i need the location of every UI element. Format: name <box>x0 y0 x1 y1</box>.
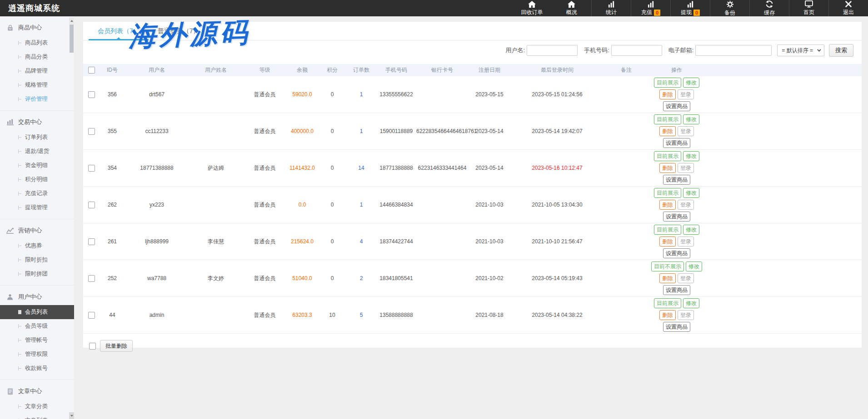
cell-spacer <box>704 260 862 297</box>
delete-button[interactable]: 删除 <box>659 163 676 173</box>
sidebar-item-coupons[interactable]: 优惠券 <box>0 239 74 253</box>
sidebar-item-flash-discount[interactable]: 限时折扣 <box>0 253 74 267</box>
display-status-button[interactable]: 目前展示 <box>654 151 681 161</box>
sidebar-item-recharge-records[interactable]: 充值记录 <box>0 187 74 201</box>
nav-item-statistics[interactable]: 统计 <box>591 0 631 16</box>
batch-delete-button[interactable]: 批量删除 <box>100 340 133 352</box>
set-goods-button[interactable]: 设置商品 <box>663 138 690 148</box>
sort-select[interactable]: = 默认排序 = <box>777 44 824 56</box>
row-checkbox[interactable] <box>88 165 95 172</box>
set-goods-button[interactable]: 设置商品 <box>663 212 690 222</box>
edit-button[interactable]: 修改 <box>683 114 699 124</box>
set-goods-button[interactable]: 设置商品 <box>663 285 690 295</box>
cell-spacer <box>704 113 862 150</box>
sidebar-item-group-buy[interactable]: 限时拼团 <box>0 267 74 281</box>
column-header: 备注 <box>604 64 649 76</box>
sidebar-item-admin-accounts[interactable]: 管理帐号 <box>0 333 74 347</box>
edit-button[interactable]: 修改 <box>683 78 699 88</box>
login-button[interactable]: 登录 <box>678 200 694 210</box>
sidebar-header-marketing-center[interactable]: 营销中心 <box>0 221 74 239</box>
set-goods-button[interactable]: 设置商品 <box>663 322 690 332</box>
nav-item-backup[interactable]: 备份 <box>710 0 749 16</box>
row-checkbox[interactable] <box>88 312 95 319</box>
sidebar-item-review-management[interactable]: 评价管理 <box>0 92 74 106</box>
edit-button[interactable]: 修改 <box>683 188 699 198</box>
display-status-button[interactable]: 目前展示 <box>654 298 681 308</box>
set-goods-button[interactable]: 设置商品 <box>663 101 690 111</box>
phone-input[interactable] <box>611 45 662 56</box>
edit-button[interactable]: 修改 <box>686 261 702 271</box>
nav-item-withdraw[interactable]: 提现0 <box>670 0 710 16</box>
sidebar-item-withdraw-management[interactable]: 提现管理 <box>0 201 74 215</box>
login-button[interactable]: 登录 <box>678 310 694 320</box>
sidebar-item-funds-detail[interactable]: 资金明细 <box>0 158 74 173</box>
delete-button[interactable]: 删除 <box>659 273 676 283</box>
sidebar-item-payment-accounts[interactable]: 收款账号 <box>0 361 74 375</box>
sidebar-scrollbar[interactable] <box>69 16 74 419</box>
sidebar-item-order-list[interactable]: 订单列表 <box>0 130 74 144</box>
delete-button[interactable]: 删除 <box>659 310 676 320</box>
delete-button[interactable]: 删除 <box>659 200 676 210</box>
row-checkbox[interactable] <box>88 238 95 245</box>
row-checkbox[interactable] <box>88 128 95 135</box>
nav-item-homepage[interactable]: 首页 <box>789 0 828 16</box>
login-button[interactable]: 登录 <box>678 126 694 136</box>
nav-item-logout[interactable]: 退出 <box>828 0 868 16</box>
display-status-button[interactable]: 目前展示 <box>654 188 681 198</box>
scroll-down-button[interactable] <box>69 412 74 419</box>
sidebar-item-member-list[interactable]: 会员列表 <box>0 305 74 319</box>
display-status-button[interactable]: 目前展示 <box>654 114 681 124</box>
tab-normal-member[interactable]: 普通会员（7） <box>149 22 209 40</box>
select-all-checkbox[interactable] <box>88 67 95 74</box>
username-input[interactable] <box>527 45 578 56</box>
sidebar-header-trade-center[interactable]: 交易中心 <box>0 112 74 130</box>
delete-button[interactable]: 删除 <box>659 89 676 99</box>
display-status-button[interactable]: 目前不展示 <box>651 261 684 271</box>
delete-button[interactable]: 删除 <box>659 237 676 246</box>
sidebar-item-spec-management[interactable]: 规格管理 <box>0 78 74 92</box>
sidebar-item-article-category[interactable]: 文章分类 <box>0 399 74 414</box>
login-button[interactable]: 登录 <box>678 237 694 246</box>
sidebar-item-goods-category[interactable]: 商品分类 <box>0 50 74 64</box>
sidebar-header-article-center[interactable]: 文章中心 <box>0 381 74 399</box>
edit-button[interactable]: 修改 <box>683 225 699 235</box>
row-checkbox[interactable] <box>88 202 95 208</box>
sidebar-header-user-center[interactable]: 用户中心 <box>0 287 74 305</box>
column-header: 注册日期 <box>468 64 511 76</box>
sidebar-item-member-level[interactable]: 会员等级 <box>0 319 74 333</box>
action-line: 目前展示修改 <box>649 114 704 125</box>
display-status-button[interactable]: 目前展示 <box>654 225 681 235</box>
scrollbar-thumb[interactable] <box>70 25 74 53</box>
edit-button[interactable]: 修改 <box>683 298 699 308</box>
sidebar-item-admin-permissions[interactable]: 管理权限 <box>0 347 74 361</box>
display-status-button[interactable]: 目前展示 <box>654 78 681 88</box>
set-goods-button[interactable]: 设置商品 <box>663 248 690 258</box>
sidebar-item-article-list[interactable]: 文章列表 <box>0 414 74 419</box>
nav-item-recharge[interactable]: 充值0 <box>631 0 670 16</box>
sidebar-item-goods-list[interactable]: 商品列表 <box>0 36 74 50</box>
tab-member-list[interactable]: 会员列表（7） <box>89 22 149 40</box>
count-badge: 0 <box>693 10 700 16</box>
gear-icon <box>726 0 734 8</box>
sidebar-header-goods-center[interactable]: 商品中心 <box>0 18 74 36</box>
set-goods-button[interactable]: 设置商品 <box>663 175 690 185</box>
edit-button[interactable]: 修改 <box>683 151 699 161</box>
nav-item-cache[interactable]: 缓存 <box>749 0 789 16</box>
row-checkbox[interactable] <box>88 275 95 282</box>
login-button[interactable]: 登录 <box>678 273 694 283</box>
sidebar-section-article-center: 文章中心文章分类文章列表 <box>0 380 74 419</box>
sidebar-item-brand-management[interactable]: 品牌管理 <box>0 64 74 78</box>
nav-item-recycle-orders[interactable]: 回收订单 <box>512 0 552 16</box>
login-button[interactable]: 登录 <box>678 89 694 99</box>
search-button[interactable]: 搜索 <box>829 44 853 57</box>
batch-select-checkbox[interactable] <box>89 343 96 350</box>
row-checkbox[interactable] <box>88 91 95 98</box>
email-input[interactable] <box>695 45 772 56</box>
sidebar-item-refund-return[interactable]: 退款/退货 <box>0 144 74 158</box>
nav-item-label: 充值0 <box>641 9 660 16</box>
delete-button[interactable]: 删除 <box>659 126 676 136</box>
sidebar-item-points-detail[interactable]: 积分明细 <box>0 173 74 187</box>
login-button[interactable]: 登录 <box>678 163 694 173</box>
scroll-up-button[interactable] <box>69 17 74 24</box>
nav-item-overview[interactable]: 概况 <box>552 0 591 16</box>
